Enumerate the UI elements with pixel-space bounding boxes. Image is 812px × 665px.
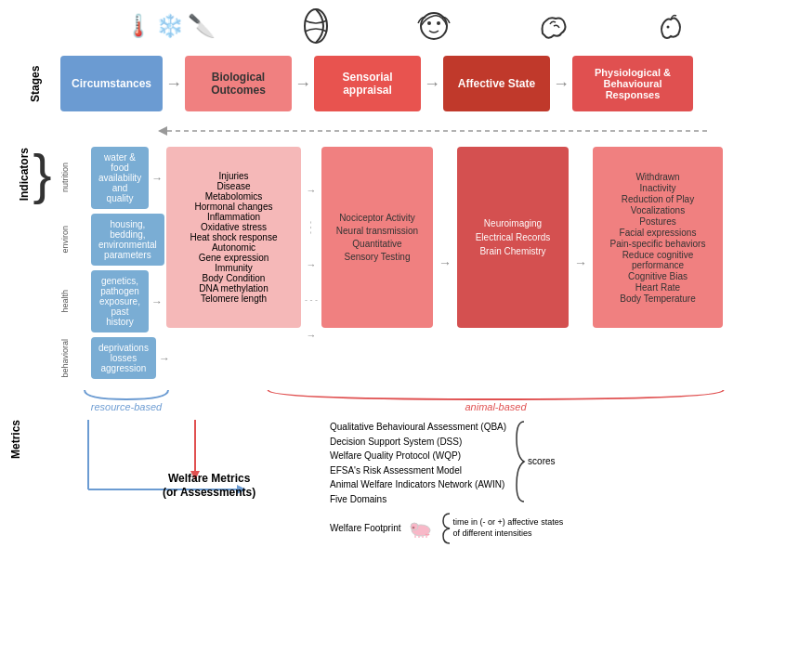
bio-col: Injuries Disease Metabolomics Hormonal c… <box>166 147 301 328</box>
arrow-health: → <box>151 295 163 308</box>
stage-circumstances: Circumstances <box>60 56 163 111</box>
svg-point-16 <box>413 528 414 528</box>
scores-row: Qualitative Behavioural Assessment (QBA)… <box>330 420 803 506</box>
bio-items: Injuries Disease Metabolomics Hormonal c… <box>174 171 294 304</box>
stage-biological: Biological Outcomes <box>185 56 292 111</box>
arrow-2 <box>292 74 314 94</box>
arrow-sensory-affective: → <box>437 147 453 379</box>
scores-brace: scores <box>513 420 555 503</box>
arrow-3 <box>421 74 443 94</box>
arrow-4 <box>550 74 572 94</box>
subgroup-environ: environ housing, bedding, environmental … <box>60 214 163 266</box>
metrics-arrow-area: Welfare Metrics (or Assessments) <box>60 420 321 508</box>
icons-row: 🌡️ ❄️ 🔪 <box>9 7 803 52</box>
physio-col: Withdrawn Inactivity Reduction of Play V… <box>593 147 723 328</box>
svg-marker-6 <box>158 126 167 136</box>
metrics-content: Welfare Metrics (or Assessments) Qualita… <box>60 420 803 545</box>
icon-group-5 <box>652 8 688 44</box>
stages-content: Circumstances Biological Outcomes Sensor… <box>60 56 803 111</box>
affective-col: Neuroimaging Electrical Records Brain Ch… <box>457 147 569 328</box>
animal-label: animal-based <box>465 401 526 412</box>
svg-point-3 <box>437 21 440 25</box>
indicators-section: Indicators } nutrition water & food avai… <box>9 147 803 379</box>
blue-box-nutrition: water & food availability and quality <box>91 147 149 209</box>
resource-label: resource-based <box>91 401 162 412</box>
metrics-label: Metrics <box>9 420 22 459</box>
arrow-bio-sensory: → - - - → - - - → <box>305 147 318 379</box>
footprint-note: time in (- or +) affective states of dif… <box>453 517 565 539</box>
subgroup-nutrition: nutrition water & food availability and … <box>60 147 163 209</box>
svg-point-4 <box>667 26 670 29</box>
icon-group-4 <box>533 7 570 45</box>
stages-section: Stages Circumstances Biological Outcomes… <box>9 56 803 111</box>
stages-label: Stages <box>9 56 60 111</box>
sensory-col: Nociceptor Activity Neural transmission … <box>321 147 433 328</box>
svg-point-15 <box>413 528 413 528</box>
stage-physiological: Physiological & Behavioural Responses <box>572 56 693 111</box>
welfare-footprint-row: Welfare Footprint <box>330 512 803 545</box>
subgroup-health: health genetics, pathogen exposure, past… <box>60 270 163 332</box>
footprint-label: Welfare Footprint <box>330 521 401 536</box>
svg-point-2 <box>427 21 431 25</box>
metrics-section: Metrics Welfare Metrics (or A <box>9 420 803 545</box>
braces-row: resource-based animal-based <box>60 388 803 412</box>
icon-group-1: 🌡️ ❄️ 🔪 <box>124 13 216 39</box>
blue-box-environ: housing, bedding, environmental paramete… <box>91 214 164 266</box>
welfare-metrics-label: Welfare Metrics (or Assessments) <box>163 472 255 501</box>
metrics-items: Qualitative Behavioural Assessment (QBA)… <box>330 420 506 506</box>
subgroups-col: nutrition water & food availability and … <box>60 147 163 379</box>
subgroup-behavioral: behavioral deprivations losses aggressio… <box>60 337 163 379</box>
icon-group-2 <box>297 7 334 45</box>
sublabel-behavioral: behavioral <box>60 339 72 378</box>
scores-label: scores <box>528 454 555 469</box>
blue-box-health: genetics, pathogen exposure, past histor… <box>91 270 149 332</box>
indicators-content: nutrition water & food availability and … <box>60 147 803 379</box>
sublabel-health: health <box>60 290 72 313</box>
arrow-nutrition: → <box>151 172 163 185</box>
metrics-list: Qualitative Behavioural Assessment (QBA)… <box>330 420 803 545</box>
blue-box-behavioral: deprivations losses aggression <box>91 337 156 379</box>
arrow-affective-physio: → <box>572 147 589 379</box>
footprint-brace-area: time in (- or +) affective states of dif… <box>440 512 565 545</box>
stage-sensorial: Sensorial appraisal <box>314 56 421 111</box>
pig-icon <box>407 519 435 538</box>
sublabel-environ: environ <box>60 226 72 254</box>
sublabel-nutrition: nutrition <box>60 163 72 192</box>
indicators-label: Indicators <box>18 148 31 201</box>
arrow-1 <box>163 74 185 94</box>
stage-affective: Affective State <box>443 56 550 111</box>
icon-group-3 <box>416 8 452 44</box>
